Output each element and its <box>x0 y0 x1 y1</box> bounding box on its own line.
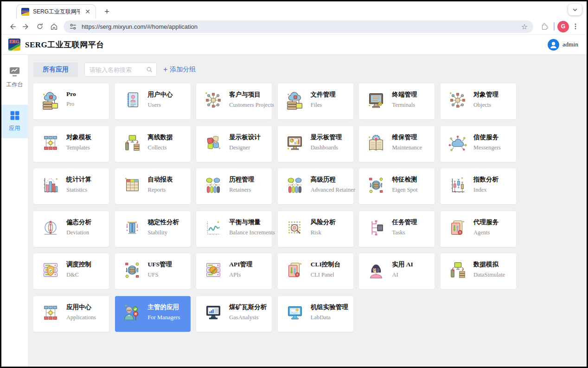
app-title: 自动报表 <box>148 175 173 184</box>
robot-icon <box>366 260 386 280</box>
site-settings-icon[interactable] <box>69 23 77 31</box>
app-card[interactable]: 指数分析 Index <box>441 168 516 204</box>
app-title: 稳定性分析 <box>148 218 179 226</box>
app-subtitle: Stability <box>148 229 179 236</box>
server-pen-icon <box>204 260 223 280</box>
tab-strip: ERG SERG工业互联网平台 ✕ + <box>1 1 587 19</box>
app-card[interactable]: 对象管理 Objects <box>441 84 516 119</box>
app-card[interactable]: 煤矿瓦斯分析 GasAnalysis <box>196 296 272 332</box>
url-bar[interactable]: https://serg.mixyun.com/#/home/applicati… <box>64 20 533 33</box>
app-card[interactable]: 数据模拟 DataSimulate <box>441 253 516 289</box>
app-card[interactable]: 实用 AI AI <box>359 253 435 289</box>
app-card[interactable]: 机组实验管理 LabData <box>278 296 353 332</box>
app-card[interactable]: 平衡与增量 Balance Increments <box>196 211 272 247</box>
profile-avatar[interactable]: G <box>557 21 569 32</box>
browser-tab[interactable]: ERG SERG工业互联网平台 ✕ <box>16 4 96 19</box>
stability-icon <box>122 218 142 238</box>
add-group-label: 添加分组 <box>170 65 196 74</box>
app-card[interactable]: 终端管理 Terminals <box>359 84 435 119</box>
all-apps-button[interactable]: 所有应用 <box>33 63 78 77</box>
tab-strip-chevron-icon[interactable] <box>568 4 582 15</box>
tree-icon <box>41 133 60 153</box>
app-card[interactable]: 统计计算 Statistics <box>33 168 109 204</box>
app-title: 客户与项目 <box>229 90 274 99</box>
reload-icon[interactable] <box>33 20 47 33</box>
browser-menu-icon[interactable] <box>569 20 582 33</box>
search-box[interactable] <box>84 63 157 77</box>
app-card[interactable]: 显示板设计 Designer <box>196 126 272 162</box>
app-card[interactable]: 代理服务 Agents <box>441 211 516 247</box>
flow-icon <box>366 218 386 238</box>
sidebar-item-workbench[interactable]: 工作台 <box>1 61 28 95</box>
new-tab-button[interactable]: + <box>102 6 112 17</box>
app-title: 对象模板 <box>66 133 91 142</box>
workbench-icon <box>8 66 21 77</box>
url-text[interactable]: https://serg.mixyun.com/#/home/applicati… <box>82 23 517 30</box>
doc-arrows-icon <box>448 218 467 238</box>
user-avatar-icon[interactable] <box>548 39 559 51</box>
app-card[interactable]: 历程管理 Retainers <box>196 168 272 204</box>
user-menu[interactable]: admin <box>548 39 578 51</box>
app-card[interactable]: 维保管理 Maintenance <box>359 126 435 162</box>
app-card[interactable]: 用户中心 Users <box>115 84 191 119</box>
filter-bar: 所有应用 + 添加分组 <box>33 63 587 77</box>
app-card[interactable]: 自动报表 Reports <box>115 168 191 204</box>
app-title: CLI控制台 <box>311 260 341 269</box>
app-card[interactable]: 离线数据 Collects <box>115 126 191 162</box>
app-subtitle: Collects <box>148 144 173 151</box>
app-card[interactable]: 信使服务 Messengers <box>441 126 516 162</box>
app-title: 信使服务 <box>473 133 501 142</box>
app-title: 应用中心 <box>66 303 96 311</box>
search-input[interactable] <box>89 66 144 74</box>
app-subtitle: Users <box>148 102 173 109</box>
app-card[interactable]: 特征检测 Eigen Spot <box>359 168 435 204</box>
app-title: 数据模拟 <box>473 260 505 269</box>
app-card[interactable]: CLI控制台 CLI Panel <box>278 253 353 289</box>
sidebar: 工作台 应用 <box>1 55 28 367</box>
extensions-icon[interactable] <box>538 20 551 33</box>
monitor-blue-icon <box>285 303 305 323</box>
app-card[interactable]: 应用中心 Applications <box>33 296 109 332</box>
app-card[interactable]: 偏态分析 Deviation <box>33 211 109 247</box>
app-title: 显示板管理 <box>311 133 342 142</box>
spot-icon <box>366 175 386 195</box>
tab-close-icon[interactable]: ✕ <box>83 8 92 15</box>
app-subtitle: D&C <box>66 271 91 278</box>
app-card[interactable]: 文件管理 Files <box>278 84 353 119</box>
app-card[interactable]: UFS管理 UFS <box>115 253 191 289</box>
computer-arrows-icon <box>122 133 142 153</box>
add-group-button[interactable]: + 添加分组 <box>163 65 196 74</box>
app-title: 实用 AI <box>392 260 413 269</box>
app-card[interactable]: API管理 APIs <box>196 253 272 289</box>
app-title: UFS管理 <box>148 260 173 269</box>
app-card[interactable]: 对象模板 Templates <box>33 126 109 162</box>
app-card[interactable]: 风险分析 Risk <box>278 211 353 247</box>
app-title: 维保管理 <box>392 133 422 142</box>
back-icon[interactable] <box>5 20 19 33</box>
app-subtitle: Maintenance <box>392 144 422 151</box>
app-subtitle: Advanced Retainer <box>311 187 355 194</box>
forward-icon[interactable] <box>19 20 33 33</box>
app-subtitle: Applications <box>66 314 96 321</box>
sidebar-item-applications[interactable]: 应用 <box>1 105 28 138</box>
app-card[interactable]: 主管的应用 For Managers <box>115 296 191 332</box>
app-card[interactable]: 客户与项目 Customers Projects <box>196 84 272 119</box>
home-icon[interactable] <box>47 20 61 33</box>
app-card[interactable]: 显示板管理 Dashboards <box>278 126 353 162</box>
monitor-badge-icon <box>366 90 386 110</box>
page-title: SERG工业互联网平台 <box>25 39 104 50</box>
app-card[interactable]: 高级历程 Advanced Retainer <box>278 168 353 204</box>
app-subtitle: AI <box>392 271 413 278</box>
search-icon[interactable] <box>146 66 153 73</box>
app-card[interactable]: 稳定性分析 Stability <box>115 211 191 247</box>
app-subtitle: Files <box>311 102 336 109</box>
app-card[interactable]: 任务管理 Tasks <box>359 211 435 247</box>
app-subtitle: Messengers <box>473 144 501 151</box>
app-subtitle: Agents <box>473 229 499 236</box>
apps-icon <box>9 110 20 121</box>
bookmark-star-icon[interactable]: ☆ <box>521 22 528 31</box>
app-card[interactable]: 调度控制 D&C <box>33 253 109 289</box>
browser-toolbar: https://serg.mixyun.com/#/home/applicati… <box>1 19 587 35</box>
manager-icon <box>122 303 142 323</box>
app-card[interactable]: Pro Pro <box>33 84 109 119</box>
